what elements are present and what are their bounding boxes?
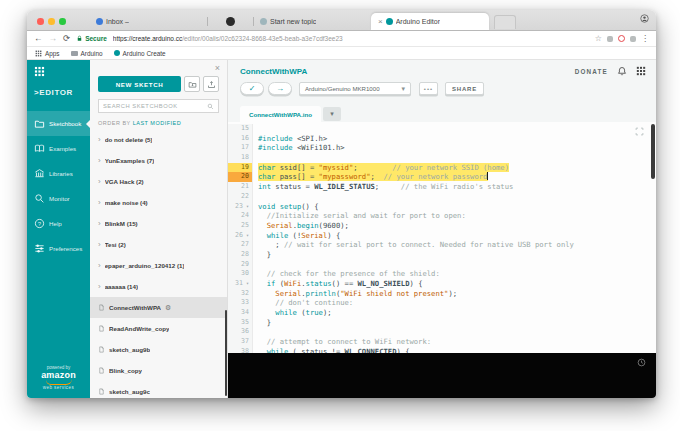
search-input[interactable] xyxy=(103,103,207,109)
file-item[interactable]: ReadAndWrite_copy xyxy=(90,318,227,339)
chevron-right-icon[interactable]: › xyxy=(98,199,101,207)
sidebar-item-preferences[interactable]: Preferences xyxy=(27,236,90,261)
bookmark-star-icon[interactable]: ☆ xyxy=(595,35,602,43)
file-item[interactable]: ConnectWithWPA⚙ xyxy=(90,297,227,318)
notifications-bell-icon[interactable] xyxy=(617,66,627,76)
code-line-27[interactable]: 27 ; // wait for serial port to connect.… xyxy=(228,240,656,250)
folder-item[interactable]: ›Tesi (2) xyxy=(90,234,227,255)
chevron-right-icon[interactable]: › xyxy=(98,220,101,228)
extension-red-icon[interactable] xyxy=(618,35,625,42)
fold-icon[interactable]: ▾ xyxy=(244,231,249,241)
sidebar-item-libraries[interactable]: Libraries xyxy=(27,161,90,186)
file-tab-menu-button[interactable]: ▾ xyxy=(323,107,341,121)
code-line-34[interactable]: 34 while (true); xyxy=(228,308,656,318)
browser-tab[interactable] xyxy=(207,13,253,30)
browser-tab-start-new-topic[interactable]: Start new topic xyxy=(253,13,371,30)
sidebar-item-help[interactable]: ?Help xyxy=(27,211,90,236)
code-editor[interactable]: 1516#include <SPI.h>17#include <WiFi101.… xyxy=(228,122,656,353)
donate-link[interactable]: DONATE xyxy=(575,68,608,75)
code-line-26[interactable]: 26▾ while (!Serial) { xyxy=(228,231,656,241)
code-line-19[interactable]: 19char ssid[] = "myssid"; // your networ… xyxy=(228,163,656,173)
chevron-right-icon[interactable]: › xyxy=(98,262,101,270)
import-sketch-button[interactable] xyxy=(184,76,200,92)
file-tab[interactable]: ConnectWithWPA.ino xyxy=(240,106,321,122)
code-line-30[interactable]: 30 // check for the presence of the shie… xyxy=(228,269,656,279)
apps-menu-icon[interactable] xyxy=(636,66,646,76)
code-line-24[interactable]: 24 //Initialize serial and wait for port… xyxy=(228,211,656,221)
browser-tab-inbox-[interactable]: Inbox – xyxy=(89,13,207,30)
reload-icon[interactable]: ⟳ xyxy=(63,34,70,43)
code-line-35[interactable]: 35 } xyxy=(228,318,656,328)
upload-button[interactable]: → xyxy=(268,82,292,95)
code-line-37[interactable]: 37 // attempt to connect to WiFi network… xyxy=(228,337,656,347)
code-line-31[interactable]: 31▾ if (WiFi.status() == WL_NO_SHIELD) { xyxy=(228,279,656,289)
forward-icon[interactable]: → xyxy=(49,34,58,43)
fold-icon[interactable]: ▾ xyxy=(244,202,249,212)
code-line-32[interactable]: 32 Serial.println("WiFi shield not prese… xyxy=(228,289,656,299)
clock-icon[interactable] xyxy=(637,358,646,367)
sidebar-item-sketchbook[interactable]: Sketchbook xyxy=(27,111,90,136)
new-tab-button[interactable] xyxy=(494,15,516,29)
folder-item[interactable]: ›BlinkM (15) xyxy=(90,213,227,234)
panel-scrollbar[interactable] xyxy=(225,310,228,396)
file-item[interactable]: sketch_aug9b xyxy=(90,339,227,360)
code-line-20[interactable]: 20char pass[] = "mypassword"; // your ne… xyxy=(228,172,656,182)
code-line-23[interactable]: 23▾void setup() { xyxy=(228,202,656,212)
chevron-right-icon[interactable]: › xyxy=(98,241,101,249)
folder-item[interactable]: ›do not delete (5) xyxy=(90,129,227,150)
code-line-28[interactable]: 28 } xyxy=(228,250,656,260)
folder-item[interactable]: ›YunExamples (7) xyxy=(90,150,227,171)
chevron-right-icon[interactable]: › xyxy=(98,157,101,165)
zoom-window-button[interactable] xyxy=(59,18,66,25)
code-line-21[interactable]: 21int status = WL_IDLE_STATUS; // the Wi… xyxy=(228,182,656,192)
extension-icon-2[interactable] xyxy=(630,36,636,42)
bookmark-arduino-folder[interactable]: Arduino xyxy=(71,50,103,57)
panel-close-icon[interactable]: × xyxy=(215,63,220,73)
folder-item[interactable]: ›make noise (4) xyxy=(90,192,227,213)
chevron-right-icon[interactable]: › xyxy=(98,283,101,291)
code-line-29[interactable]: 29 xyxy=(228,260,656,270)
chevron-right-icon[interactable]: › xyxy=(98,136,101,144)
folder-item[interactable]: ›VGA Hack (2) xyxy=(90,171,227,192)
code-line-36[interactable]: 36 xyxy=(228,327,656,337)
code-line-22[interactable]: 22 xyxy=(228,192,656,202)
profile-icon[interactable] xyxy=(640,14,649,23)
folder-item[interactable]: ›aaaaaa (14) xyxy=(90,276,227,297)
fullscreen-icon[interactable] xyxy=(635,127,644,136)
verify-button[interactable]: ✓ xyxy=(240,82,264,95)
line-number: 37 xyxy=(228,337,253,347)
url-field[interactable]: https://create.arduino.cc/editor/00alis/… xyxy=(113,35,589,42)
sidebar-item-examples[interactable]: Examples xyxy=(27,136,90,161)
sidebar-item-monitor[interactable]: Monitor xyxy=(27,186,90,211)
app-launcher-icon[interactable] xyxy=(34,66,45,77)
browser-tab-arduino-editor[interactable]: ×Arduino Editor xyxy=(371,13,489,30)
upload-sketch-button[interactable] xyxy=(203,76,219,92)
secure-chip[interactable]: Secure xyxy=(76,35,107,42)
extension-icon[interactable] xyxy=(607,36,613,42)
new-sketch-button[interactable]: NEW SKETCH xyxy=(98,76,181,92)
editor-scrollbar[interactable] xyxy=(651,124,655,179)
close-window-button[interactable] xyxy=(37,18,44,25)
bookmark-apps[interactable]: Apps xyxy=(35,50,60,57)
code-line-33[interactable]: 33 // don't continue: xyxy=(228,298,656,308)
board-selector[interactable]: Arduino/Genuino MKR1000 ▾ xyxy=(299,82,411,95)
code-line-15[interactable]: 15 xyxy=(228,124,656,134)
folder-item[interactable]: ›epaper_arduino_120412 (1) xyxy=(90,255,227,276)
fold-icon[interactable]: ▾ xyxy=(244,279,249,289)
tab-close-icon[interactable]: × xyxy=(378,18,383,26)
code-line-16[interactable]: 16#include <SPI.h> xyxy=(228,134,656,144)
bookmark-arduino-create[interactable]: Arduino Create xyxy=(114,50,166,57)
order-by[interactable]: ORDER BY LAST MODIFIED xyxy=(98,120,219,126)
share-button[interactable]: SHARE xyxy=(445,82,484,95)
chevron-right-icon[interactable]: › xyxy=(98,178,101,186)
code-line-25[interactable]: 25 Serial.begin(9600); xyxy=(228,221,656,231)
back-icon[interactable]: ← xyxy=(34,34,43,43)
code-line-18[interactable]: 18 xyxy=(228,153,656,163)
minimize-window-button[interactable] xyxy=(48,18,55,25)
more-actions-button[interactable]: ••• xyxy=(419,82,438,95)
file-item[interactable]: Blink_copy xyxy=(90,360,227,381)
file-item[interactable]: sketch_aug9c xyxy=(90,381,227,398)
browser-menu-icon[interactable]: ⋮ xyxy=(641,35,649,43)
gear-icon[interactable]: ⚙ xyxy=(165,304,171,311)
code-line-17[interactable]: 17#include <WiFi101.h> xyxy=(228,143,656,153)
